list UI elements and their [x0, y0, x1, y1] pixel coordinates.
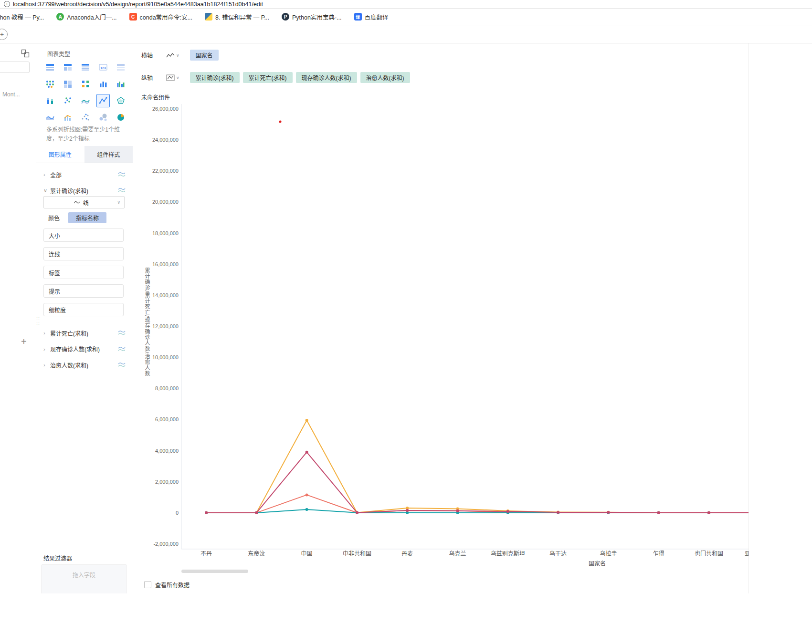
rail-search-box[interactable]: [0, 62, 30, 73]
sine-icon: [74, 200, 80, 205]
y-tick-label: 0: [176, 510, 179, 516]
property-box[interactable]: 标签: [43, 266, 124, 279]
line-style-icon[interactable]: [118, 362, 126, 368]
x-axis-tags: 国家名: [190, 50, 219, 61]
dimension-tag[interactable]: 国家名: [190, 50, 219, 61]
property-box[interactable]: 细粒度: [43, 303, 124, 316]
section-confirmed[interactable]: ∨ 累计确诊(求和): [43, 185, 126, 196]
bookmark-item[interactable]: PPython实用宝典-...: [282, 12, 342, 21]
show-all-data-checkbox[interactable]: [144, 581, 151, 588]
designer-tab-strip: +: [0, 25, 812, 43]
chart-type-description: 多系列折线图:需要至少1个维度，至少2个指标: [46, 125, 129, 144]
section-collapsed[interactable]: ›现存确诊人数(求和): [43, 344, 126, 354]
curve-lines-icon[interactable]: [79, 94, 92, 107]
chevron-down-icon: ∨: [43, 187, 47, 194]
chevron-down-icon: ∨: [117, 200, 120, 205]
line-style-icon[interactable]: [118, 187, 126, 193]
detail-table-icon[interactable]: [79, 61, 92, 74]
section-label: 累计死亡(求和): [50, 329, 88, 337]
section-collapsed[interactable]: ›治愈人数(求和): [43, 360, 126, 370]
y-axis-type-icon[interactable]: ∨: [166, 74, 179, 81]
bookmark-item[interactable]: 译百度翻译: [354, 12, 389, 21]
multi-line-chart-icon[interactable]: [96, 94, 110, 107]
line-type-dropdown[interactable]: 线 ∨: [43, 196, 125, 208]
y-axis-label: 纵轴: [141, 73, 153, 82]
chart-type-grid: 123: [43, 61, 127, 124]
bookmark-label: 百度翻译: [365, 12, 389, 21]
line-style-icon[interactable]: [118, 330, 126, 336]
y-tick-label: 16,000,000: [152, 261, 179, 267]
color-block-icon[interactable]: [79, 77, 92, 91]
y-tick-label: 10,000,000: [152, 354, 179, 360]
section-collapsed[interactable]: ›累计死亡(求和): [43, 328, 126, 338]
property-box[interactable]: 连线: [43, 247, 124, 260]
area-chart-icon[interactable]: [43, 111, 57, 124]
baidu-translate-icon: 译: [354, 13, 362, 21]
x-axis-type-icon[interactable]: ∨: [166, 52, 179, 59]
kpi-card-icon[interactable]: 123: [96, 61, 110, 74]
x-tick-label: 不丹: [200, 551, 212, 557]
bookmark-item[interactable]: 8. 错误和异常 — P...: [205, 12, 269, 21]
line-style-icon[interactable]: [118, 346, 126, 352]
bookmark-label: Python实用宝典-...: [292, 12, 342, 21]
measure-tag[interactable]: 累计死亡(求和): [243, 72, 293, 83]
y-tick-label: 8,000,000: [155, 385, 179, 391]
browser-url-bar[interactable]: i localhost:37799/webroot/decision/v5/de…: [0, 0, 812, 9]
bubble-icon[interactable]: [96, 111, 110, 124]
chevron-down-icon: ∨: [176, 75, 179, 80]
data-point: [306, 451, 308, 454]
measure-tag[interactable]: 治愈人数(求和): [360, 72, 410, 83]
property-box[interactable]: 提示: [43, 284, 124, 298]
data-point: [306, 493, 308, 496]
panel-drag-handle[interactable]: ········: [36, 316, 41, 326]
data-point: [657, 511, 660, 514]
cross-table-icon[interactable]: [61, 61, 74, 74]
line-style-icon[interactable]: [118, 172, 126, 177]
chart-horizontal-scrollbar[interactable]: [181, 570, 248, 573]
measure-tag[interactable]: 现存确诊人数(求和): [296, 72, 357, 83]
color-field-tag[interactable]: 指标名称: [68, 212, 106, 223]
section-all[interactable]: › 全部: [43, 169, 126, 180]
stacked-bar-icon[interactable]: [43, 94, 57, 107]
group-table-icon[interactable]: [43, 61, 57, 74]
y-tick-label: 4,000,000: [155, 448, 179, 454]
components-icon[interactable]: [21, 49, 30, 58]
rail-add-button[interactable]: +: [21, 336, 27, 347]
measure-tag[interactable]: 累计确诊(求和): [190, 72, 240, 83]
bookmark-item[interactable]: AAnaconda入门—...: [56, 12, 116, 21]
app-root: Mont... + 图表类型 123 多系列折线图:需要至少1个维度，至少2个指…: [0, 43, 812, 593]
chart-type-panel: 图表类型 123 多系列折线图:需要至少1个维度，至少2个指标 图形属性组件样式…: [36, 43, 133, 593]
property-box[interactable]: 大小: [43, 229, 124, 242]
section-label: 现存确诊人数(求和): [50, 345, 100, 353]
scatter-icon[interactable]: [61, 94, 74, 107]
tab-component-style[interactable]: 组件样式: [84, 146, 133, 163]
tab-graphic-properties[interactable]: 图形属性: [36, 146, 84, 163]
point-map-icon[interactable]: [43, 77, 57, 91]
anaconda-icon: A: [56, 13, 64, 21]
pie-icon[interactable]: [114, 111, 127, 124]
rail-item-label[interactable]: Mont...: [2, 91, 20, 98]
filter-drop-zone[interactable]: 拖入字段: [41, 564, 127, 593]
radar-icon[interactable]: [114, 94, 127, 107]
color-row: 颜色 指标名称: [48, 212, 106, 223]
chevron-right-icon: ›: [43, 346, 47, 352]
bookmark-items: thon 教程 — Py...AAnaconda入门—...Cconda常用命令…: [0, 12, 389, 21]
heatmap-icon[interactable]: [61, 77, 74, 91]
chevron-right-icon: ›: [43, 172, 47, 177]
summary-table-icon[interactable]: [114, 61, 127, 74]
data-point: [306, 419, 308, 422]
dot-plot-icon[interactable]: [79, 111, 92, 124]
bookmark-label: Anaconda入门—...: [67, 12, 116, 21]
x-tick-label: 也门共和国: [695, 550, 723, 557]
add-tab-button[interactable]: +: [0, 29, 8, 40]
chevron-right-icon: ›: [43, 330, 47, 336]
line-chart[interactable]: 26,000,00024,000,00022,000,00020,000,000…: [133, 89, 749, 593]
section-label: 累计确诊(求和): [50, 187, 88, 195]
combo-chart-icon[interactable]: [61, 111, 74, 124]
bar-chart-icon[interactable]: [96, 77, 110, 91]
y-tick-label: 14,000,000: [152, 292, 179, 298]
grouped-bar-icon[interactable]: [114, 77, 127, 91]
bookmark-item[interactable]: thon 教程 — Py...: [0, 12, 44, 21]
bookmark-item[interactable]: Cconda常用命令:安...: [129, 12, 192, 21]
page-info-icon[interactable]: i: [4, 1, 10, 7]
